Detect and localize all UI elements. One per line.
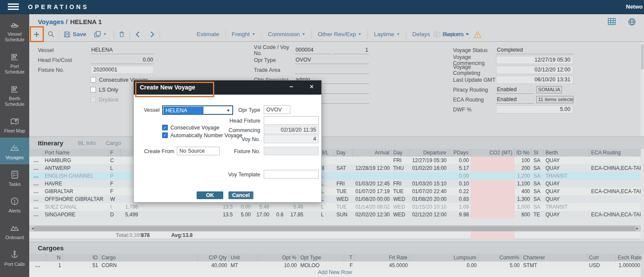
top-bar: OPERATIONS Netwo [0, 0, 644, 14]
itinerary-cell: ●●● [29, 157, 43, 164]
row-menu-icon[interactable]: ●●● [35, 265, 40, 268]
eca-routing-field[interactable]: Enabled [496, 95, 534, 104]
head-fix-field[interactable]: 0.00 [90, 56, 154, 64]
itinerary-row[interactable]: ●●●ANTWERPLBSAT12/28/19 12:00THU01/02/20… [29, 164, 641, 172]
save-button[interactable]: Save [64, 27, 86, 41]
itinerary-cell: 1,300 [515, 195, 532, 203]
validation-warning-icon[interactable] [473, 27, 482, 41]
modal-create-from-select[interactable]: No Source [177, 147, 220, 155]
modal-vessel-label: Vessel [134, 106, 160, 114]
modal-head-fixture-field[interactable] [264, 116, 319, 125]
globe-icon[interactable] [628, 18, 636, 26]
itinerary-row[interactable]: ●●●SUEZ CANALI1,79613.50.005.465.46LTUE0… [29, 203, 641, 211]
voy-no-field[interactable]: 1 [333, 46, 369, 54]
dwf-field[interactable]: 5.00 [496, 105, 573, 114]
tab-itinerary[interactable]: Itinerary [38, 139, 63, 147]
sidebar-item-port-calls[interactable]: Port Calls [0, 244, 29, 271]
toolbar-menu-commission[interactable]: Commission▼ [262, 31, 311, 37]
close-icon[interactable]: ✕ [309, 83, 314, 90]
modal-voy-no-field[interactable]: 4 [264, 135, 319, 143]
scrollbar-thumb[interactable] [34, 226, 635, 231]
cargo-header-cell: T [344, 254, 354, 262]
eca-routing-tag[interactable]: 11 items selecte [536, 96, 573, 103]
scroll-right-icon[interactable]: ► [635, 226, 639, 231]
vsl-code-field[interactable]: 000004 [295, 46, 331, 54]
table-grid-icon[interactable] [607, 18, 616, 25]
itinerary-cell: 01/15/20 10:10 [410, 203, 448, 211]
app-root: { "topbar": { "title": "OPERATIONS", "ri… [0, 0, 644, 277]
vertical-scrollbar-thumb[interactable] [641, 44, 644, 69]
tab-bl-info[interactable]: BL Info [78, 140, 96, 146]
fixture-no-field[interactable]: 20200001 [90, 66, 154, 74]
vessel-field[interactable]: HELENA [90, 46, 154, 54]
row-menu-icon[interactable]: ●●● [34, 175, 39, 178]
toolbar-menu-other-rev-exp[interactable]: Other Rev/Exp▼ [312, 31, 367, 37]
itinerary-cell: ECA-CHINA,ECA-TAI [589, 188, 641, 195]
sidebar-item-fleet-map[interactable]: Fleet Map [0, 111, 29, 138]
sidebar-item-berth-schedule[interactable]: Berth Schedule [0, 79, 29, 111]
minimize-icon[interactable]: – [290, 83, 293, 90]
topbar-network-label[interactable]: Netwo [626, 3, 643, 10]
itinerary-cell [589, 203, 641, 211]
itinerary-cell: 5.46 [253, 203, 271, 211]
sidebar-item-tasks[interactable]: Tasks [0, 164, 29, 191]
modal-consecutive-voyage-checkbox[interactable]: ✓ [162, 125, 168, 130]
itinerary-cell [589, 195, 641, 203]
next-voyage-button[interactable] [150, 27, 155, 41]
modal-auto-number-checkbox[interactable]: ✓ [162, 132, 168, 138]
itinerary-row[interactable]: ●●●HAVREFLFRI01/03/20 12:45FRI01/03/20 1… [29, 180, 641, 188]
toolbar-menu-label: Laytime [374, 31, 394, 37]
row-menu-icon[interactable]: ●●● [34, 214, 39, 217]
sidebar-item-alerts[interactable]: Alerts [0, 191, 29, 218]
piracy-routing-field[interactable]: Enabled [496, 86, 534, 94]
search-button[interactable] [47, 27, 55, 41]
row-menu-icon[interactable]: ●●● [34, 160, 39, 163]
tab-cargo[interactable]: Cargo [106, 140, 121, 146]
trade-area-field[interactable] [295, 66, 369, 74]
cargo-cell: F [344, 262, 354, 269]
itinerary-row[interactable]: ●●●GIBRALTARFLTUE01/07/20 17:19TUE01/07/… [29, 188, 641, 195]
toolbar-menu-estimate[interactable]: Estimate [191, 31, 225, 37]
toolbar-menu-delays[interactable]: Delays [406, 31, 436, 37]
cancel-button[interactable]: Cancel [228, 191, 253, 199]
consecutive-voyage-checkbox[interactable] [90, 77, 96, 83]
sidebar-item-vessel-schedule[interactable]: Vessel Schedule [0, 14, 29, 46]
breadcrumb-section[interactable]: Voyages / [38, 18, 68, 25]
previous-voyage-button[interactable] [135, 27, 140, 41]
hamburger-menu-icon[interactable] [8, 3, 19, 11]
itinerary-row[interactable]: ●●●SINGAPORED5,49913.55.0017.000.817.85L… [29, 211, 641, 219]
itinerary-horizontal-scrollbar[interactable]: ◄ ► [29, 225, 641, 231]
row-menu-icon[interactable]: ●●● [34, 206, 39, 209]
modal-opr-type-field[interactable]: OVOV [264, 105, 290, 114]
modal-voy-template-field[interactable] [264, 170, 319, 179]
reports-menu[interactable]: Reports ▼ [434, 27, 468, 41]
row-menu-icon[interactable]: ●●● [34, 168, 39, 170]
toolbar-menu-laytime[interactable]: Laytime▼ [368, 31, 406, 37]
itinerary-row[interactable]: ●●●HAMBURGCFRI12/27/19 05:300.00100SAQUA… [29, 157, 641, 164]
last-update-field[interactable]: 06/10/20 13:31 [496, 76, 573, 84]
add-new-row-link[interactable]: Add New Row [318, 269, 352, 275]
itinerary-cell: SINGAPORE [43, 211, 108, 219]
voyage-completing-field[interactable]: 02/12/20 12:00 [496, 66, 573, 74]
ok-button[interactable]: OK [197, 191, 223, 199]
cargo-cell: 10.00 [258, 262, 299, 269]
copy-voyage-button[interactable]: ▼ [94, 27, 107, 41]
modal-commencing-field[interactable]: 02/18/20 11:35 [264, 126, 319, 134]
row-menu-icon[interactable]: ●●● [34, 183, 39, 186]
itinerary-row[interactable]: ●●●OFFSHORE GIBRALTARWLWED01/08/20 00:00… [29, 195, 641, 203]
sidebar-item-port-schedule[interactable]: Port Schedule [0, 46, 29, 79]
piracy-routing-tag[interactable]: SOMALIA [536, 86, 562, 93]
sidebar-item-voyages[interactable]: Voyages [0, 138, 29, 164]
itinerary-cell: 0.83 [448, 195, 471, 203]
cargo-row[interactable]: ●●●151CORN40,000MT10.00MOLOOF45.00000.00… [29, 262, 641, 269]
ls-only-checkbox[interactable] [90, 87, 96, 92]
sidebar-item-onboard[interactable]: Onboard [0, 218, 29, 244]
delete-button[interactable] [118, 27, 125, 41]
voyage-status-field[interactable]: Completed [496, 46, 573, 54]
itinerary-row[interactable]: ●●●ENGLISH CHANNELPL0.001,200SATRANSIT [29, 172, 641, 180]
toolbar-menu-freight[interactable]: Freight▼ [226, 31, 262, 37]
opr-type-field[interactable]: OVOV [295, 56, 369, 64]
row-menu-icon[interactable]: ●●● [34, 191, 39, 194]
voyage-commencing-field[interactable]: 12/27/19 05:30 [496, 56, 573, 64]
row-menu-icon[interactable]: ●●● [34, 199, 39, 201]
